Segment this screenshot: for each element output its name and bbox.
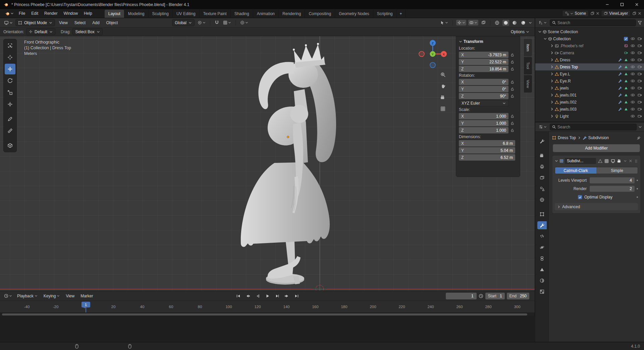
mode-dropdown[interactable]: Object Mode [15,19,55,26]
workspace-tab-rendering[interactable]: Rendering [279,10,305,18]
tab-material[interactable] [537,277,547,285]
annotate-tool[interactable] [5,114,15,124]
extras-dropdown-icon[interactable] [624,159,627,163]
tab-world[interactable] [537,196,547,204]
rotation-mode-dropdown[interactable]: XYZ Euler [459,100,508,106]
options-dropdown[interactable]: Options [509,29,531,35]
lock-icon[interactable] [511,87,514,91]
lock-icon[interactable] [511,60,514,64]
dimensions-z-field[interactable]: Z6.52 m [459,154,515,161]
toggle-xray[interactable] [480,20,487,25]
eye-icon[interactable] [631,93,635,97]
options-chevron-icon[interactable] [638,125,642,129]
shading-material-button[interactable] [511,20,518,26]
character-model[interactable] [235,42,349,291]
transform-tool[interactable] [5,99,15,110]
toggle-orthographic-button[interactable] [438,104,447,113]
modifier-name-field[interactable]: Subdivi... [565,158,596,164]
properties-search-input[interactable] [557,125,634,129]
workspace-tab-scripting[interactable]: Scripting [373,10,397,18]
workspace-tab-texture-paint[interactable]: Texture Paint [200,10,231,18]
menu-edit[interactable]: Edit [28,9,41,18]
unlink-scene-icon[interactable] [596,12,599,15]
scene-selector[interactable]: Scene [562,10,589,17]
pin-icon[interactable] [637,136,641,140]
eye-icon[interactable] [631,107,635,111]
eye-icon[interactable] [631,44,635,48]
eye-icon[interactable] [631,79,635,83]
lock-icon[interactable] [511,67,514,71]
measure-tool[interactable] [5,125,15,136]
eye-icon[interactable] [631,58,635,62]
optimal-display-checkbox[interactable] [578,195,582,199]
lock-icon[interactable] [511,94,514,98]
outliner-row-jewls[interactable]: jewls [535,84,644,92]
menu-add[interactable]: Add [90,19,102,26]
zoom-button[interactable] [438,70,447,79]
show-overlays-toggle[interactable] [468,20,478,25]
add-viewlayer-icon[interactable] [632,11,636,15]
lock-icon[interactable] [511,121,514,125]
menu-keying[interactable]: Keying [41,293,62,299]
outliner-search[interactable] [550,19,636,26]
tab-modifiers[interactable] [537,221,547,229]
show-gizmo-toggle[interactable] [456,20,466,25]
lock-icon[interactable] [511,53,514,57]
tab-scene[interactable] [537,185,547,193]
properties-search[interactable] [550,124,637,130]
tab-view[interactable]: View [524,75,532,93]
shading-wireframe-button[interactable] [494,20,500,26]
outliner-row-eye-r[interactable]: Eye.R [535,77,644,84]
lock-icon[interactable] [511,128,514,132]
render-toggle-icon[interactable] [638,86,642,90]
add-modifier-button[interactable]: Add Modifier [553,144,640,152]
editor-type-button[interactable] [3,20,14,26]
location-x-field[interactable]: X-3.7923 m [459,52,508,58]
lock-icon[interactable] [511,114,514,118]
render-toggle-icon[interactable] [638,65,642,69]
tab-tool[interactable] [537,137,547,145]
properties-editor-type-button[interactable] [537,124,548,130]
workspace-tab-uv-editing[interactable]: UV Editing [173,10,200,18]
location-y-field[interactable]: Y22.522 m [459,59,508,65]
tab-tool[interactable]: Tool [524,57,532,74]
outliner-row-eye-l[interactable]: Eye.L [535,70,644,77]
outliner-row-jewls-003[interactable]: jewls.003 [535,106,644,113]
tab-texture[interactable] [537,288,547,296]
dimensions-y-field[interactable]: Y5.04 m [459,147,515,154]
eye-icon[interactable] [631,86,635,90]
tab-physics[interactable] [537,243,547,251]
render-toggle-icon[interactable] [638,107,642,111]
outliner-row-dress-top[interactable]: Dress Top [535,63,644,70]
render-toggle-icon[interactable] [638,37,642,41]
levels-viewport-field[interactable]: 4 [590,177,635,183]
remove-viewlayer-icon[interactable] [638,12,641,15]
maximize-button[interactable] [614,0,629,9]
cursor-tool[interactable] [5,52,15,63]
scrollbar-thumb[interactable] [2,313,527,315]
drag-handle-icon[interactable] [634,159,638,163]
menu-file[interactable]: File [16,9,28,18]
advanced-section-header[interactable]: Advanced [555,203,638,210]
outliner-row-camera[interactable]: Camera [535,49,644,56]
menu-marker[interactable]: Marker [78,293,95,299]
move-tool[interactable] [5,64,15,74]
snap-toggle[interactable] [214,20,220,25]
render-toggle-icon[interactable] [638,72,642,76]
play-button[interactable] [263,293,272,299]
outliner-editor-type-button[interactable] [537,20,548,25]
tab-object[interactable] [537,210,547,218]
render-levels-field[interactable]: 2 [590,186,635,192]
transform-panel-header[interactable]: Transform [459,38,517,45]
orientation-setting-dropdown[interactable]: Default [26,28,55,35]
outliner-row-scene-collection[interactable]: Scene Collection [535,28,644,35]
timeline-editor-type-button[interactable] [3,293,13,299]
jump-to-end-button[interactable] [292,293,301,299]
outliner-row-light[interactable]: Light [535,113,644,120]
scale-x-field[interactable]: X1.000 [459,113,508,119]
outliner-row-dress[interactable]: Dress [535,56,644,63]
keying-clock-icon[interactable] [479,294,483,298]
snap-target-dropdown[interactable] [222,20,232,25]
chevron-down-icon[interactable] [555,159,558,163]
close-button[interactable] [629,0,644,9]
